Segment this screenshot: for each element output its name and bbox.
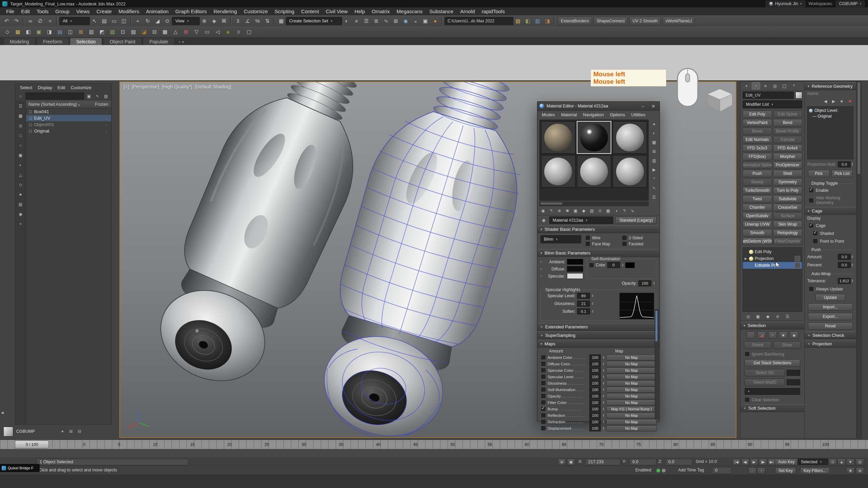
menu-item[interactable]: Modifiers [115, 8, 143, 15]
named-selection-sets-icon[interactable]: ▦ [277, 17, 286, 25]
chevron-down-icon[interactable]: ▾ [182, 40, 184, 44]
shader-option[interactable]: 2-Sided [622, 235, 656, 240]
modifier-button[interactable]: Bevel [743, 127, 772, 135]
reset-map-icon[interactable]: ✖ [564, 207, 571, 215]
object-color-swatch[interactable] [795, 92, 802, 99]
rollout-blinn-basic[interactable]: Blinn Basic Parameters [537, 249, 659, 257]
modifier-button[interactable]: FFD(box) [743, 153, 772, 160]
grid-view-icon[interactable]: ⊞ [67, 428, 75, 435]
macro-tool-icon[interactable]: ◩ [97, 27, 106, 36]
macro-tool-icon[interactable]: ▢ [244, 27, 254, 36]
unlink-selection-icon[interactable]: ∅ [36, 17, 45, 25]
ribbon-tab[interactable]: Object Paint [103, 38, 142, 45]
explorer-menu-item[interactable]: Display [35, 84, 55, 91]
element-mode-icon[interactable]: ◆ [790, 331, 798, 339]
menu-item[interactable]: Arnold [457, 8, 478, 15]
explorer-tool-icon[interactable]: + [17, 220, 24, 227]
up-arrow-icon[interactable]: ▲ [837, 459, 846, 465]
spinner-arrows-icon[interactable] [592, 310, 594, 313]
spinner-arrows-icon[interactable] [592, 294, 594, 298]
explorer-row[interactable]: ▢ Edit_UV [26, 115, 111, 121]
matid-dropdown[interactable] [745, 388, 800, 395]
explorer-row[interactable]: ▢ Object001 [26, 121, 111, 128]
menu-item[interactable]: Create [93, 8, 115, 15]
select-and-place-icon[interactable]: ⊙ [163, 17, 172, 25]
map-enable-checkbox[interactable] [541, 426, 546, 431]
close-icon[interactable]: ✕ [649, 103, 657, 109]
menu-item[interactable]: Tools [33, 8, 52, 15]
material-map-navigator-icon[interactable]: ☰ [651, 194, 658, 201]
export-button[interactable]: Export... [808, 313, 853, 320]
modifier-stack-row[interactable]: ▶ Edit Poly [743, 248, 802, 255]
explorer-row[interactable]: ▢ Original [26, 128, 111, 134]
modifier-toggle-icon[interactable] [749, 250, 753, 254]
select-and-manipulate-icon[interactable]: ◈ [210, 17, 219, 25]
enabled-green-indicator[interactable] [656, 469, 660, 472]
reference-list[interactable]: Object Level: — Original [807, 106, 853, 159]
map-enable-checkbox[interactable] [541, 393, 546, 399]
modifier-button[interactable]: Symmetry [773, 178, 803, 186]
spinner-arrows-icon[interactable] [603, 414, 605, 417]
reset-button[interactable]: Reset [808, 322, 853, 330]
script-toolbar-button[interactable]: ExtendBorders [558, 17, 592, 25]
spinner-arrows-icon[interactable] [592, 302, 594, 305]
macro-tool-icon[interactable]: ▥ [87, 27, 96, 36]
chevron-down-icon[interactable]: ▾ [59, 428, 66, 435]
map-slot-button[interactable]: No Map [606, 419, 657, 425]
checkbox[interactable] [622, 241, 627, 246]
macro-tool-icon[interactable]: ◊ [234, 27, 243, 36]
angle-snap-icon[interactable]: ∠ [243, 17, 252, 25]
configure-modifier-sets-icon[interactable]: ☰ [784, 313, 791, 320]
material-slot[interactable] [541, 155, 576, 188]
remove-modifier-icon[interactable]: ⊘ [774, 313, 781, 320]
clear-selection-checkbox[interactable] [745, 397, 750, 402]
mute-icon[interactable]: ◌ [748, 467, 756, 474]
time-slider-ruler[interactable]: 0510152025303540455055606570758085909510… [0, 440, 868, 449]
shader-type-dropdown[interactable]: Blinn [540, 235, 581, 243]
down-arrow-icon[interactable]: ▼ [846, 459, 854, 465]
create-tab-icon[interactable]: + [742, 82, 751, 89]
map-amount-value[interactable]: 100 [589, 367, 601, 373]
reference-coordinate-dropdown[interactable]: View [172, 17, 200, 25]
sample-type-icon[interactable]: ● [651, 120, 658, 127]
spinner-arrows-icon[interactable] [603, 394, 605, 398]
proportion-value[interactable]: 0.0 [838, 161, 851, 167]
rollout-shader-basic[interactable]: Shader Basic Parameters [537, 225, 659, 233]
edge-mode-icon[interactable]: ◢ [757, 331, 766, 339]
lock-icon[interactable]: ▣ [85, 93, 93, 100]
render-setup-icon[interactable]: ◒ [411, 17, 420, 25]
point-to-point-checkbox[interactable] [813, 239, 818, 244]
explorer-tool-icon[interactable]: ◉ [17, 210, 24, 218]
quixel-bridge-taskbar-item[interactable]: Quixel Bridge F [0, 464, 40, 472]
snap-toggle-3d-icon[interactable]: 3 [233, 17, 242, 25]
assign-material-icon[interactable]: ⊕ [556, 207, 563, 215]
reference-item[interactable]: — Original [812, 114, 832, 119]
spinner-arrows-icon[interactable] [851, 279, 853, 283]
selection-filter-dropdown[interactable]: All [59, 17, 90, 25]
name-column-header[interactable]: Name (Sorted Ascending) [28, 102, 80, 107]
material-editor-titlebar[interactable]: Material Editor - Material #212aa – ✕ [537, 102, 659, 111]
motion-tab-icon[interactable]: ◎ [771, 82, 779, 89]
menu-item[interactable]: Rendering [210, 8, 240, 15]
frame-number-field[interactable]: 0 [712, 467, 732, 474]
map-enable-checkbox[interactable] [541, 400, 546, 405]
macro-tool-icon[interactable]: ▽ [192, 27, 201, 36]
zoom-extents-icon[interactable]: ⊕ [856, 467, 864, 474]
x-coordinate-field[interactable]: 217.233 [585, 459, 620, 465]
map-enable-checkbox[interactable] [541, 355, 546, 360]
explorer-tool-icon[interactable]: ▤ [17, 201, 24, 208]
material-editor-menu-item[interactable]: Options [607, 112, 628, 118]
map-amount-value[interactable]: 100 [589, 361, 601, 367]
material-type-button[interactable]: Standard (Legacy) [615, 217, 657, 224]
hierarchy-tab-icon[interactable]: ≡ [761, 82, 770, 89]
material-editor-scrollbar[interactable] [655, 309, 659, 420]
viewport-label[interactable]: [Perspective] [132, 84, 159, 89]
modifier-button[interactable]: TurboSmooth [743, 187, 772, 194]
macro-tool-icon[interactable]: ⊠ [181, 27, 191, 36]
key-icon[interactable]: ⊙ [829, 459, 837, 465]
backlight-icon[interactable]: ◐ [651, 129, 658, 137]
auto-key-button[interactable]: Auto Key [775, 459, 798, 465]
rollout-soft-selection[interactable]: Soft Selection [741, 404, 804, 412]
user-account-menu[interactable]: Hyunsuk Jin [766, 1, 805, 7]
macro-tool-icon[interactable]: ■ [223, 27, 233, 36]
